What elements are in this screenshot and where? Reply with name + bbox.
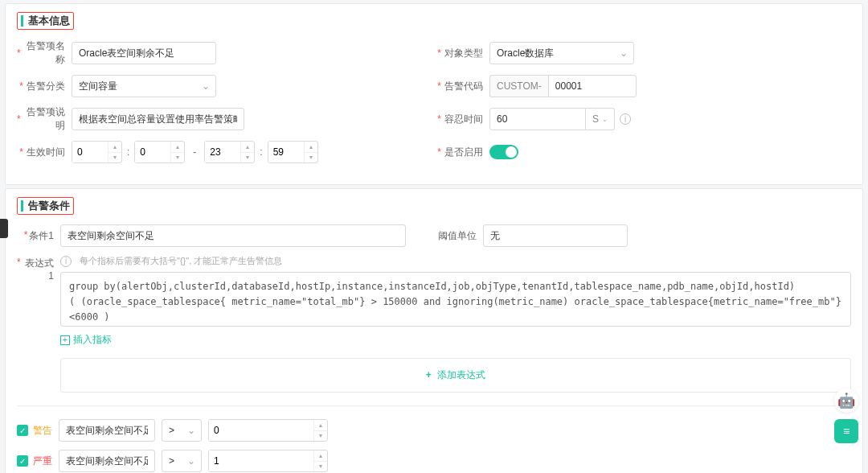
divider [17,405,851,406]
up-icon[interactable]: ▴ [314,420,327,431]
tolerance-unit-select[interactable]: S ⌄ [586,108,615,130]
enable-toggle[interactable] [489,145,518,159]
hour1-stepper[interactable]: ▴▾ [72,141,122,163]
checkbox-checked-icon[interactable]: ✓ [17,425,28,436]
assistant-icon[interactable]: 🤖 [834,389,858,413]
desc-input[interactable] [72,108,244,130]
down-icon[interactable]: ▾ [314,431,327,442]
down-icon[interactable]: ▾ [314,462,327,472]
alert-name-input[interactable] [72,42,216,64]
enable-label: 是否启用 [435,146,489,159]
info-icon[interactable]: i [620,113,631,125]
hour2-stepper[interactable]: ▴▾ [204,141,255,163]
min2-stepper[interactable]: ▴▾ [268,141,318,163]
plus-icon: + [60,335,70,345]
checkbox-checked-icon[interactable]: ✓ [17,455,28,467]
floating-badges: 🤖 ≡ [834,389,858,443]
category-label: 告警分类 [17,80,72,93]
section-bar-icon [21,200,23,212]
section-title-highlight: 基本信息 [17,12,74,30]
alert-name-label: 告警项名称 [17,39,72,67]
down-icon[interactable]: ▾ [305,153,317,163]
plus-icon: + [426,369,432,380]
code-prefix: CUSTOM- [489,75,548,97]
up-icon[interactable]: ▴ [241,142,254,153]
section-bar-icon [21,15,23,27]
code-label: 告警代码 [435,80,489,93]
add-expression-button[interactable]: + 添加表达式 [60,358,851,393]
unit-input[interactable] [483,224,628,247]
unit-label: 阈值单位 [435,229,483,243]
level-warning-label: 警告 [33,424,52,438]
level-severe-label: 严重 [33,454,52,468]
sev-cond [59,450,155,472]
expression-textarea[interactable] [60,272,851,327]
up-icon[interactable]: ▴ [314,450,327,462]
side-collapse-tab[interactable] [0,219,8,238]
section-title-basic: 基本信息 [28,14,70,28]
expr-label: 表达式1 [17,255,60,282]
tolerance-label: 容忍时间 [435,113,489,126]
cond1-input[interactable] [60,224,406,247]
section-title-highlight: 告警条件 [17,197,74,215]
tolerance-input[interactable] [489,108,586,130]
up-icon[interactable]: ▴ [108,142,121,153]
expr-hint: 每个指标后需要有大括号"{}", 才能正常产生告警信息 [80,255,282,267]
obj-type-label: 对象类型 [435,47,489,60]
up-icon[interactable]: ▴ [305,142,317,153]
desc-label: 告警项说明 [17,105,72,133]
min1-stepper[interactable]: ▴▾ [134,141,185,163]
info-icon: i [60,256,72,267]
category-select[interactable] [72,75,216,97]
obj-type-select[interactable] [489,42,634,64]
warn-op-select[interactable] [162,419,202,442]
chevron-down-icon: ⌄ [602,116,608,123]
warn-cond [59,419,155,442]
down-icon[interactable]: ▾ [171,153,184,163]
section-title-cond: 告警条件 [28,199,70,213]
menu-icon[interactable]: ≡ [834,419,858,443]
sev-value-stepper[interactable]: ▴▾ [208,450,328,472]
down-icon[interactable]: ▾ [108,153,121,163]
alert-condition-card: 告警条件 条件1 阈值单位 表达式1 i 每个指标后需要有大括号"{}", 才能… [5,188,863,473]
basic-info-card: 基本信息 告警项名称 对象类型 ⌄ 告警分类 ⌄ 告警代码 CUSTOM- [5,3,863,185]
warn-value-stepper[interactable]: ▴▾ [208,419,328,442]
code-input[interactable] [548,75,637,97]
sev-op-select[interactable] [162,450,202,472]
insert-metric-link[interactable]: + 插入指标 [60,333,851,347]
cond1-label: 条件1 [17,229,60,243]
effective-label: 生效时间 [17,146,72,159]
down-icon[interactable]: ▾ [241,153,254,163]
up-icon[interactable]: ▴ [171,142,184,153]
